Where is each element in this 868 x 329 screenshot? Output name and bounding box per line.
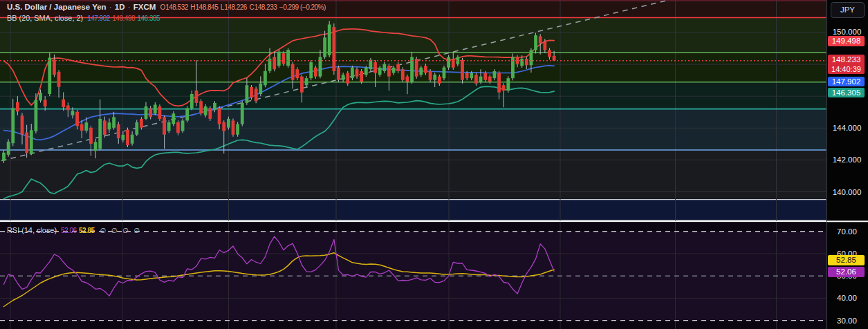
candle-body-down [548, 50, 551, 57]
price-scale-label: 144.000 [827, 123, 867, 133]
candle-body-down [465, 73, 469, 79]
candle-body-up [71, 111, 75, 115]
candle-body-up [520, 59, 524, 66]
candle-body-up [479, 77, 483, 82]
candle-body-down [314, 68, 317, 77]
candle-body-up [309, 62, 313, 78]
bb-value-1: 149.498 [110, 15, 135, 22]
indicator-price-badge: 147.902 [828, 77, 865, 87]
rsi-indicator-legend-row[interactable]: RSI (14, close)52.0652.85∅∅∅∅ [7, 226, 139, 235]
rsi-indicator-name[interactable]: RSI (14, close) [7, 226, 57, 234]
candle-body-up [131, 135, 134, 144]
candle-body-up [35, 100, 38, 131]
candle-body-up [145, 106, 148, 119]
candle-body-down [25, 133, 28, 153]
candle-body-down [75, 112, 79, 126]
candle-body-down [163, 117, 166, 134]
symbol-title[interactable]: U.S. Dollar / Japanese Yen [7, 3, 107, 11]
candle-body-down [80, 124, 84, 131]
candle-body-down [300, 77, 304, 93]
ohlc-open: O148.532 [156, 3, 187, 11]
candle-body-down [218, 108, 221, 124]
candle-body-up [30, 130, 33, 154]
candle-body-up [204, 106, 207, 115]
background-zone-band [0, 200, 827, 220]
candle-body-down [273, 57, 276, 69]
candle-body-up [2, 153, 6, 161]
candle-body-up [277, 52, 281, 66]
symbol-exchange[interactable]: FXCM [133, 3, 156, 11]
candle-body-up [245, 85, 248, 103]
candle-body-up [369, 60, 373, 70]
candle-body-down [57, 72, 61, 87]
candle-body-down [502, 85, 506, 91]
candle-body-up [135, 122, 138, 135]
candle-body-down [21, 115, 24, 134]
ohlc-low-value: 148.226 [224, 3, 247, 11]
candle-body-up [190, 94, 194, 109]
ohlc-close: C148.233 [247, 3, 277, 11]
candle-body-down [103, 120, 107, 135]
candle-body-down [16, 102, 19, 112]
rsi-value-2: ∅ [95, 227, 106, 234]
last-price-badge: 148.23314:40:39 [828, 55, 865, 74]
candle-body-up [382, 64, 386, 71]
rsi-value-badge: 52.06 [828, 267, 865, 277]
rsi-pane[interactable] [0, 222, 827, 329]
rsi-value-0: 52.06 [57, 227, 77, 234]
candle-body-down [222, 122, 225, 131]
candle-body-down [53, 59, 56, 75]
candle-body-down [497, 73, 501, 93]
candle-body-up [443, 68, 446, 78]
candle-body-down [250, 87, 253, 97]
badge-price-text: 148.233 [828, 55, 865, 65]
price-scale-label: 140.000 [827, 187, 867, 197]
bb-indicator-name[interactable]: BB (20, SMA, close, 2) [7, 14, 83, 22]
candle-body-down [461, 60, 464, 80]
candle-body-up [112, 117, 116, 127]
candle-body-up [264, 71, 267, 86]
symbol-legend-row[interactable]: U.S. Dollar / Japanese Yen · 1D · FXCMO1… [7, 3, 326, 12]
candle-body-up [7, 142, 10, 155]
candle-body-down [66, 106, 70, 111]
bb-value-0: 147.902 [83, 15, 110, 22]
price-scale-label: 142.000 [827, 155, 867, 164]
background-zone-band [0, 82, 827, 109]
candle-body-down [424, 66, 427, 73]
ohlc-change: −0.299 (−0.20%) [277, 3, 326, 11]
candle-body-down [332, 27, 335, 71]
candle-body-down [44, 100, 47, 106]
candle-body-down [396, 64, 400, 71]
candle-body-down [483, 73, 487, 80]
main-pane[interactable] [0, 0, 827, 220]
candle-body-down [255, 88, 258, 101]
candle-body-up [98, 119, 102, 149]
candle-body-down [158, 106, 162, 119]
bb-indicator-values: 147.902149.498146.305 [83, 14, 160, 22]
candle-body-down [140, 119, 143, 128]
candle-body-up [236, 124, 239, 135]
price-chart-canvas[interactable] [0, 0, 868, 329]
rsi-value-4: ∅ [117, 227, 128, 234]
candle-body-up [108, 122, 111, 129]
candle-body-down [525, 59, 528, 65]
candle-body-down [346, 73, 349, 84]
candle-body-up [84, 122, 88, 131]
candle-body-up [328, 24, 331, 55]
candle-body-down [62, 100, 65, 107]
indicator-price-badge: 149.498 [828, 36, 865, 46]
bb-value-2: 146.305 [135, 15, 160, 22]
candle-body-up [447, 57, 450, 67]
candle-body-down [199, 101, 203, 113]
candle-body-up [241, 103, 244, 124]
background-zone-band [0, 18, 827, 53]
candle-body-up [172, 113, 175, 124]
candle-body-down [415, 59, 418, 77]
bb-indicator-legend-row[interactable]: BB (20, SMA, close, 2)147.902149.498146.… [7, 14, 160, 23]
candle-body-up [419, 68, 423, 75]
ohlc-high-value: 148.845 [196, 3, 219, 11]
candle-body-down [373, 62, 377, 73]
symbol-interval[interactable]: 1D [115, 3, 125, 11]
currency-toggle-button[interactable]: JPY [831, 2, 865, 18]
candle-body-up [167, 122, 171, 131]
